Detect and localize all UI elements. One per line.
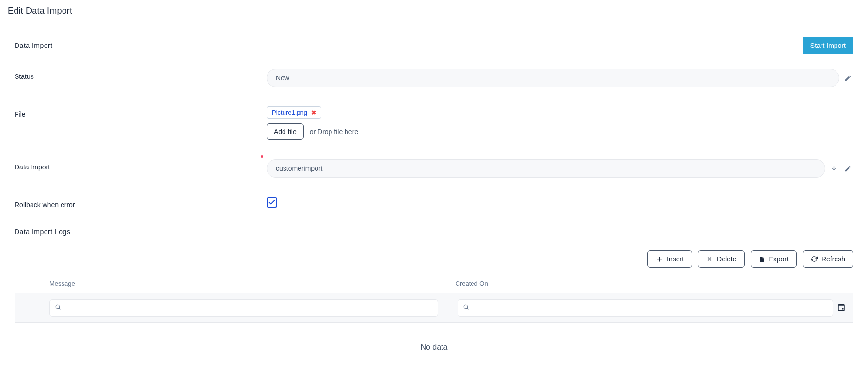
file-chip-name: Picture1.png xyxy=(272,109,307,116)
rollback-control xyxy=(267,197,853,208)
page-title: Edit Data Import xyxy=(0,0,868,22)
field-row-status: Status New xyxy=(15,69,853,87)
file-icon xyxy=(759,256,765,263)
column-header-created-on[interactable]: Created On xyxy=(448,274,854,293)
field-row-rollback: Rollback when error xyxy=(15,197,853,209)
file-label: File xyxy=(15,106,267,118)
section-header: Data Import Start Import xyxy=(15,37,853,54)
svg-rect-8 xyxy=(842,308,844,309)
edit-status-button[interactable] xyxy=(842,73,853,84)
filter-cell-message xyxy=(49,299,438,317)
svg-line-7 xyxy=(467,308,468,309)
svg-point-6 xyxy=(464,305,468,309)
refresh-icon xyxy=(811,256,818,262)
delete-button-label: Delete xyxy=(717,255,736,263)
logs-section: Insert Delete Export Refresh Message Cre… xyxy=(15,250,853,365)
required-indicator xyxy=(261,155,263,158)
search-icon xyxy=(55,304,61,312)
message-filter-input[interactable] xyxy=(50,300,438,316)
status-label: Status xyxy=(15,69,267,80)
arrow-down-icon xyxy=(830,165,837,172)
file-remove-icon[interactable]: ✖ xyxy=(311,109,316,116)
created-on-filter-wrap xyxy=(458,299,834,317)
export-button[interactable]: Export xyxy=(751,250,797,268)
status-control: New xyxy=(267,69,853,87)
data-import-label: Data Import xyxy=(15,159,267,171)
svg-line-5 xyxy=(59,308,60,309)
section-title: Data Import xyxy=(15,42,53,49)
rollback-label: Rollback when error xyxy=(15,197,267,209)
calendar-icon[interactable] xyxy=(837,303,846,313)
search-icon xyxy=(463,304,469,312)
filter-cell-created-on xyxy=(458,299,846,317)
svg-point-4 xyxy=(56,305,60,309)
file-drop-hint: or Drop file here xyxy=(310,128,358,136)
insert-button[interactable]: Insert xyxy=(647,250,692,268)
pencil-icon xyxy=(844,75,852,82)
column-header-message[interactable]: Message xyxy=(15,274,448,293)
data-import-value[interactable]: customerimport xyxy=(267,159,825,178)
logs-section-title: Data Import Logs xyxy=(15,228,853,236)
insert-button-label: Insert xyxy=(667,255,684,263)
logs-table: Message Created On xyxy=(15,274,853,323)
logs-filter-row xyxy=(15,293,853,323)
created-on-filter-input[interactable] xyxy=(458,300,833,316)
refresh-button-label: Refresh xyxy=(821,255,845,263)
file-control: Picture1.png ✖ Add file or Drop file her… xyxy=(267,106,853,140)
plus-icon xyxy=(656,256,663,263)
add-file-button[interactable]: Add file xyxy=(267,123,304,140)
data-import-edit-button[interactable] xyxy=(842,163,853,174)
field-row-file: File Picture1.png ✖ Add file or Drop fil… xyxy=(15,106,853,140)
field-row-data-import: Data Import customerimport xyxy=(15,159,853,178)
file-chip[interactable]: Picture1.png ✖ xyxy=(267,106,321,119)
data-import-control: customerimport xyxy=(267,159,853,178)
logs-table-header: Message Created On xyxy=(15,274,853,293)
delete-button[interactable]: Delete xyxy=(698,250,744,268)
message-filter-wrap xyxy=(49,299,438,317)
logs-empty-state: No data xyxy=(15,323,853,365)
data-import-open-button[interactable] xyxy=(828,163,839,174)
logs-toolbar: Insert Delete Export Refresh xyxy=(15,250,853,268)
file-actions: Add file or Drop file here xyxy=(267,123,853,140)
status-value: New xyxy=(267,69,839,87)
refresh-button[interactable]: Refresh xyxy=(803,250,853,268)
pencil-icon xyxy=(844,165,852,172)
content-area: Data Import Start Import Status New File… xyxy=(0,22,868,365)
export-button-label: Export xyxy=(769,255,789,263)
rollback-checkbox[interactable] xyxy=(267,197,277,208)
x-icon xyxy=(706,256,713,262)
check-icon xyxy=(268,198,276,206)
start-import-button[interactable]: Start Import xyxy=(803,37,853,54)
